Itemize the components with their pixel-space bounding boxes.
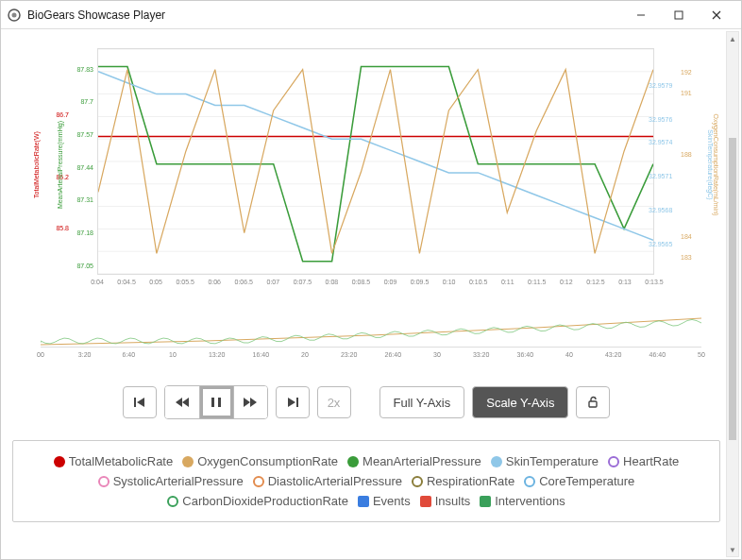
- svg-rect-17: [134, 398, 136, 407]
- legend-item-oxygenconsumptionrate[interactable]: OxygenConsumptionRate: [182, 454, 338, 468]
- legend-swatch: [182, 456, 194, 467]
- legend-swatch: [98, 476, 110, 487]
- forward-icon: [243, 396, 258, 409]
- legend-label: RespirationRate: [427, 474, 514, 488]
- svg-marker-19: [176, 398, 182, 407]
- svg-marker-20: [182, 398, 189, 407]
- legend-item-diastolicarterialpressure[interactable]: DiastolicArterialPressure: [253, 474, 402, 488]
- legend-swatch: [420, 496, 431, 507]
- legend-item-totalmetabolicrate[interactable]: TotalMetabolicRate: [54, 454, 174, 468]
- svg-rect-21: [211, 398, 214, 407]
- legend-label: OxygenConsumptionRate: [197, 454, 338, 468]
- legend-panel: TotalMetabolicRateOxygenConsumptionRateM…: [12, 440, 720, 522]
- legend-item-coretemperature[interactable]: CoreTemperature: [524, 474, 634, 488]
- speed-button[interactable]: 2x: [317, 386, 351, 418]
- legend-label: Insults: [435, 494, 471, 508]
- legend-label: SkinTemperature: [506, 454, 599, 468]
- legend-label: CoreTemperature: [539, 474, 634, 488]
- legend-swatch: [167, 496, 178, 507]
- legend-item-carbondioxideproductionrate[interactable]: CarbonDioxideProductionRate: [167, 494, 348, 508]
- legend-label: MeanArterialPressure: [363, 454, 481, 468]
- legend-item-skintemperature[interactable]: SkinTemperature: [491, 454, 599, 468]
- overview-chart[interactable]: 003:206:401013:2016:402023:2026:403033:2…: [12, 311, 720, 363]
- legend-swatch: [412, 476, 423, 487]
- svg-marker-18: [137, 398, 144, 407]
- transport-group: [164, 385, 268, 419]
- legend-swatch: [347, 456, 359, 467]
- pause-button[interactable]: [199, 386, 233, 418]
- legend-swatch: [54, 456, 65, 467]
- legend-item-interventions[interactable]: Interventions: [480, 494, 565, 508]
- fast-forward-button[interactable]: [233, 386, 267, 418]
- legend-label: CarbonDioxideProductionRate: [182, 494, 348, 508]
- svg-point-1: [12, 12, 17, 17]
- playback-controls: 2x Full Y-Axis Scale Y-Axis: [12, 385, 720, 419]
- legend-swatch: [608, 456, 619, 467]
- overview-axis: 003:206:401013:2016:402023:2026:403033:2…: [41, 351, 701, 363]
- skip-forward-icon: [286, 396, 299, 409]
- legend-label: Interventions: [495, 494, 565, 508]
- lock-button[interactable]: [576, 386, 610, 418]
- main-chart[interactable]: 85.886.286.7 87.0587.1887.3187.4487.5787…: [12, 48, 720, 303]
- window-title: BioGears Showcase Player: [27, 8, 622, 22]
- rewind-icon: [175, 396, 190, 409]
- axis-skintemperature: 32.956532.956832.957132.957432.957632.95…: [649, 48, 681, 275]
- svg-marker-25: [288, 398, 295, 407]
- svg-rect-22: [218, 398, 221, 407]
- legend-label: TotalMetabolicRate: [69, 454, 174, 468]
- skip-forward-button[interactable]: [276, 386, 310, 418]
- legend-item-meanarterialpressure[interactable]: MeanArterialPressure: [347, 454, 481, 468]
- legend-label: SystolicArterialPressure: [113, 474, 244, 488]
- scroll-up-icon[interactable]: ▲: [727, 32, 738, 45]
- legend-item-events[interactable]: Events: [358, 494, 411, 508]
- svg-marker-23: [244, 398, 250, 407]
- svg-rect-3: [675, 11, 683, 19]
- minimize-button[interactable]: [622, 2, 660, 28]
- legend-item-heartrate[interactable]: HeartRate: [608, 454, 679, 468]
- legend-item-respirationrate[interactable]: RespirationRate: [412, 474, 514, 488]
- skip-back-button[interactable]: [123, 386, 157, 418]
- overview-plot[interactable]: [41, 311, 701, 348]
- axis-label-right1: SkinTemperature(degC): [706, 129, 713, 199]
- svg-marker-24: [250, 398, 257, 407]
- axis-label-right2: OxygenConsumptionRate(mL/min): [714, 114, 720, 216]
- vertical-scrollbar[interactable]: ▲ ▼: [726, 31, 739, 557]
- legend-item-insults[interactable]: Insults: [420, 494, 471, 508]
- unlock-icon: [586, 396, 599, 409]
- skip-back-icon: [133, 396, 146, 409]
- legend-label: DiastolicArterialPressure: [268, 474, 402, 488]
- close-button[interactable]: [698, 2, 735, 28]
- axis-meanarterialpressure: 87.0587.1887.3187.4487.5787.787.83: [67, 48, 93, 275]
- axis-time: 0:040:04.50:050:05.50:060:06.50:070:07.5…: [97, 279, 654, 294]
- scroll-down-icon[interactable]: ▼: [727, 543, 738, 556]
- content-area: 85.886.286.7 87.0587.1887.3187.4487.5787…: [1, 29, 741, 559]
- rewind-button[interactable]: [165, 386, 199, 418]
- svg-rect-27: [589, 401, 597, 407]
- scrollbar-thumb[interactable]: [729, 138, 736, 440]
- axis-label-left2: MeanArterialPressure(mmHg): [57, 121, 63, 209]
- pause-icon: [210, 396, 223, 409]
- scale-y-axis-button[interactable]: Scale Y-Axis: [472, 386, 568, 418]
- legend-swatch: [358, 496, 369, 507]
- plot-area[interactable]: [97, 48, 654, 275]
- legend-label: HeartRate: [623, 454, 679, 468]
- app-icon: [7, 8, 22, 23]
- axis-label-left1: TotalMetabolicRate(W): [33, 131, 40, 198]
- legend-swatch: [491, 456, 502, 467]
- svg-rect-26: [296, 398, 298, 407]
- title-bar: BioGears Showcase Player: [1, 1, 741, 29]
- legend-label: Events: [373, 494, 411, 508]
- full-y-axis-button[interactable]: Full Y-Axis: [379, 386, 465, 418]
- legend-swatch: [480, 496, 491, 507]
- axis-oxygenconsumption: 183184188191192: [681, 48, 707, 275]
- legend-swatch: [253, 476, 264, 487]
- legend-item-systolicarterialpressure[interactable]: SystolicArterialPressure: [98, 474, 244, 488]
- legend-swatch: [524, 476, 535, 487]
- maximize-button[interactable]: [660, 2, 698, 28]
